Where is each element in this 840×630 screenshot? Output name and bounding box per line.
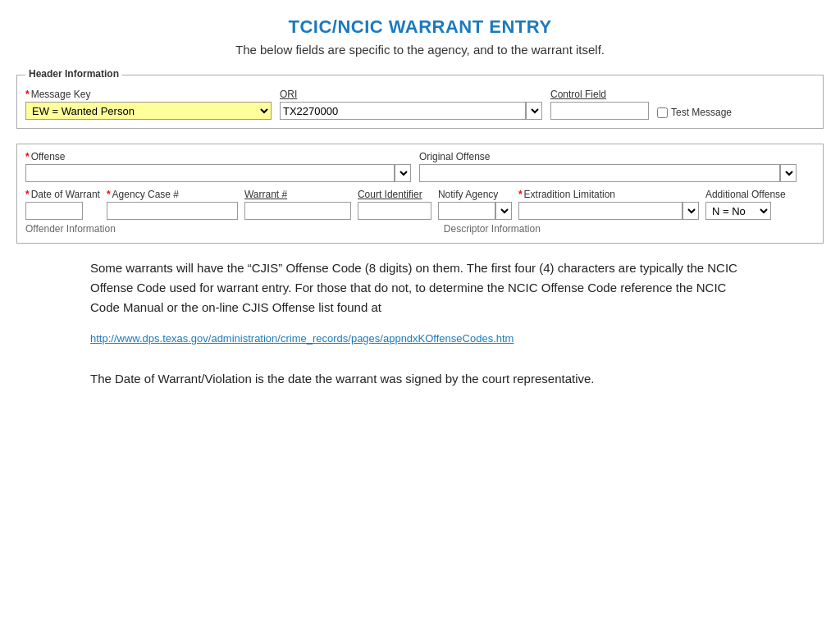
date-warrant-input[interactable] xyxy=(25,202,83,220)
date-warrant-group: *Date of Warrant xyxy=(25,189,100,220)
offense-dropdown[interactable] xyxy=(395,164,411,182)
agency-case-label: *Agency Case # xyxy=(107,189,238,200)
extradition-dropdown[interactable] xyxy=(682,202,699,220)
extradition-label: *Extradition Limitation xyxy=(518,189,699,200)
offense-group: *Offense xyxy=(25,151,411,182)
notify-agency-group: Notify Agency xyxy=(438,189,512,220)
extradition-group: *Extradition Limitation xyxy=(518,189,699,220)
court-id-input[interactable] xyxy=(358,202,431,220)
notify-agency-input[interactable] xyxy=(438,202,495,220)
header-row: *Message Key EW = Wanted Person ORI Cont… xyxy=(25,89,815,120)
agency-case-input[interactable] xyxy=(107,202,238,220)
offense-required: * xyxy=(25,151,30,162)
control-field-input[interactable] xyxy=(550,102,649,120)
original-offense-dropdown[interactable] xyxy=(780,164,797,182)
content-body: Some warrants will have the “CJIS” Offen… xyxy=(16,258,824,389)
original-offense-label: Original Offense xyxy=(419,151,797,162)
offense-row: *Offense Original Offense xyxy=(25,151,815,182)
notify-agency-label: Notify Agency xyxy=(438,189,512,200)
bottom-paragraph: The Date of Warrant/Violation is the dat… xyxy=(90,369,750,389)
original-offense-group: Original Offense xyxy=(419,151,797,182)
additional-offense-select[interactable]: N = No xyxy=(705,202,771,220)
control-field-label: Control Field xyxy=(550,89,649,100)
additional-offense-label: Additional Offense xyxy=(705,189,786,200)
warrant-row: *Date of Warrant *Agency Case # Warrant … xyxy=(25,189,815,220)
notify-agency-dropdown[interactable] xyxy=(495,202,512,220)
message-key-select[interactable]: EW = Wanted Person xyxy=(25,102,272,120)
required-star: * xyxy=(25,89,30,100)
warrant-number-input[interactable] xyxy=(244,202,351,220)
test-message-label: Test Message xyxy=(671,107,732,118)
offense-form: *Offense Original Offense *Date xyxy=(16,144,824,244)
dw-required: * xyxy=(25,189,30,200)
offense-label: *Offense xyxy=(25,151,411,162)
ori-input[interactable] xyxy=(280,102,526,120)
test-message-checkbox[interactable] xyxy=(657,107,668,118)
message-key-label: *Message Key xyxy=(25,89,272,100)
court-id-label: Court Identifier xyxy=(358,189,431,200)
ori-dropdown[interactable] xyxy=(526,102,542,120)
page-title: TCIC/NCIC WARRANT ENTRY xyxy=(16,16,824,38)
ori-label: ORI xyxy=(280,89,542,100)
control-field-group: Control Field xyxy=(550,89,649,120)
header-form: Header Information *Message Key EW = Wan… xyxy=(16,75,824,129)
extradition-input[interactable] xyxy=(518,202,682,220)
ext-required: * xyxy=(518,189,523,200)
main-paragraph: Some warrants will have the “CJIS” Offen… xyxy=(90,258,750,317)
warrant-number-group: Warrant # xyxy=(244,189,351,220)
court-id-group: Court Identifier xyxy=(358,189,431,220)
ac-required: * xyxy=(107,189,111,200)
warrant-number-label: Warrant # xyxy=(244,189,351,200)
page-subtitle: The below fields are specific to the age… xyxy=(16,43,824,57)
truncated-line-bottom: Offender Information Descriptor Informat… xyxy=(25,223,815,235)
ori-group: ORI xyxy=(280,89,542,120)
agency-case-group: *Agency Case # xyxy=(107,189,238,220)
offense-input[interactable] xyxy=(25,164,395,182)
page-container: TCIC/NCIC WARRANT ENTRY The below fields… xyxy=(0,0,840,413)
url-link[interactable]: http://www.dps.texas.gov/administration/… xyxy=(90,332,750,345)
original-offense-input[interactable] xyxy=(419,164,780,182)
message-key-group: *Message Key EW = Wanted Person xyxy=(25,89,272,120)
additional-offense-group: Additional Offense N = No xyxy=(705,189,786,220)
test-message-group: Test Message xyxy=(657,107,732,118)
header-legend: Header Information xyxy=(25,68,122,80)
date-warrant-label: *Date of Warrant xyxy=(25,189,100,200)
